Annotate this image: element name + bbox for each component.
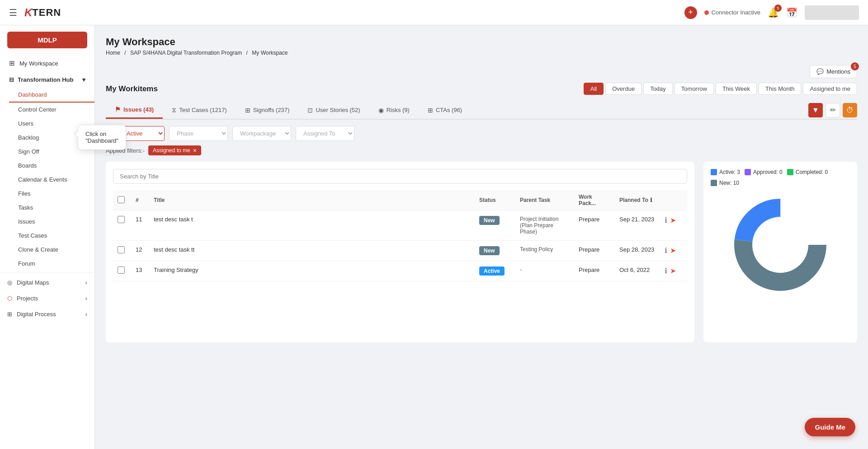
phase-filter[interactable]: Phase xyxy=(169,126,228,141)
sidebar-section-transformation-hub[interactable]: ⊟ Transformation Hub ▾ xyxy=(0,72,94,88)
signoffs-tab-label: Signoffs (237) xyxy=(253,107,290,113)
add-button[interactable]: + xyxy=(684,6,697,19)
row-checkbox[interactable] xyxy=(118,267,125,274)
notifications-icon[interactable]: 🔔 5 xyxy=(768,7,779,18)
col-title: Title xyxy=(149,190,475,210)
filter-tab-all[interactable]: All xyxy=(584,83,604,95)
files-label: Files xyxy=(18,190,30,197)
calendar-icon[interactable]: 📅 xyxy=(786,7,797,18)
row-planned-to: Sep 21, 2023 xyxy=(615,210,660,241)
filter-tab-tomorrow[interactable]: Tomorrow xyxy=(675,83,714,95)
project-button[interactable]: MDLP xyxy=(7,32,87,48)
redirect-icon[interactable]: ➤ xyxy=(670,246,676,255)
col-status: Status xyxy=(475,190,515,210)
test-cases-label: Test Cases xyxy=(18,232,47,239)
sidebar-sub-menu: Dashboard Control Center Users Backlog S… xyxy=(0,88,94,271)
legend-dot xyxy=(711,180,717,186)
sidebar-item-calendar-events[interactable]: Calendar & Events xyxy=(9,173,94,187)
sidebar-label-my-workspace: My Workspace xyxy=(19,60,58,67)
sidebar-item-boards[interactable]: Boards xyxy=(9,159,94,173)
workspace-icon: ⊞ xyxy=(9,59,15,67)
hub-icon: ⊟ xyxy=(9,76,14,83)
filter-tab-assigned-to-me[interactable]: Assigned to me xyxy=(803,83,857,95)
callout-line1: Click on xyxy=(85,131,118,137)
chip-text: Assigned to me xyxy=(153,147,190,154)
row-planned-to: Oct 6, 2022 xyxy=(615,261,660,281)
action-bar xyxy=(113,169,687,184)
sidebar-item-control-center[interactable]: Control Center xyxy=(9,103,94,117)
assigned-to-me-chip[interactable]: Assigned to me × xyxy=(148,145,201,155)
dashboard-label: Dashboard xyxy=(18,91,47,98)
redirect-icon[interactable]: ➤ xyxy=(670,267,676,275)
row-checkbox[interactable] xyxy=(118,246,125,253)
tab-user-stories[interactable]: ⊡ User Stories (52) xyxy=(298,102,369,118)
forum-label: Forum xyxy=(18,260,35,267)
legend-item: Completed: 0 xyxy=(787,169,828,175)
donut-chart xyxy=(711,195,850,295)
info-icon[interactable]: ℹ xyxy=(665,267,667,275)
row-title[interactable]: test desc task t xyxy=(149,210,475,241)
digital-process-arrow: ‹ xyxy=(85,311,87,318)
tab-issues[interactable]: ⚑ Issues (43) xyxy=(106,101,163,119)
filter-tab-overdue[interactable]: Overdue xyxy=(605,83,642,95)
row-actions: ℹ ➤ xyxy=(660,241,687,261)
chip-close-icon[interactable]: × xyxy=(193,147,197,154)
workpackage-filter[interactable]: Workpackage xyxy=(232,126,291,141)
sidebar-item-my-workspace[interactable]: ⊞ My Workspace xyxy=(0,55,94,72)
row-title[interactable]: Training Strategy xyxy=(149,261,475,281)
sidebar-item-digital-process[interactable]: ⊞ Digital Process ‹ xyxy=(0,306,94,322)
mentions-button[interactable]: 💬 Mentions xyxy=(810,65,857,78)
col-hash: # xyxy=(131,190,149,210)
timer-icon-btn[interactable]: ⏱ xyxy=(843,103,857,117)
guide-me-button[interactable]: Guide Me xyxy=(805,418,855,436)
sidebar-item-tasks[interactable]: Tasks xyxy=(9,201,94,215)
digital-maps-icon: ◎ xyxy=(7,279,12,286)
sidebar-item-projects[interactable]: ⬡ Projects ‹ xyxy=(0,290,94,306)
row-checkbox[interactable] xyxy=(118,216,125,223)
sidebar-item-files[interactable]: Files xyxy=(9,187,94,201)
filter-icon-btn[interactable]: ▼ xyxy=(808,103,823,117)
breadcrumb-home[interactable]: Home xyxy=(106,50,120,56)
edit-icon-btn[interactable]: ✏ xyxy=(826,103,840,117)
user-avatar[interactable] xyxy=(805,5,859,20)
info-icon[interactable]: ℹ xyxy=(665,246,667,255)
legend-label: Completed: 0 xyxy=(796,169,828,175)
user-stories-tab-icon: ⊡ xyxy=(307,107,313,114)
filter-tab-this-week[interactable]: This Week xyxy=(716,83,757,95)
sidebar-item-dashboard[interactable]: Dashboard xyxy=(9,88,94,103)
tab-test-cases[interactable]: ⧖ Test Cases (1217) xyxy=(163,102,236,118)
filter-tab-this-month[interactable]: This Month xyxy=(759,83,801,95)
sidebar-item-clone-create[interactable]: Clone & Create xyxy=(9,243,94,257)
row-title[interactable]: test desc task tt xyxy=(149,241,475,261)
hamburger-icon[interactable]: ☰ xyxy=(9,7,17,18)
row-parent-task: - xyxy=(515,261,574,281)
svg-point-2 xyxy=(752,217,808,273)
sidebar-item-forum[interactable]: Forum xyxy=(9,257,94,271)
sidebar-item-issues[interactable]: Issues xyxy=(9,215,94,229)
assigned-to-filter[interactable]: Assigned To xyxy=(296,126,354,141)
mentions-icon: 💬 xyxy=(816,68,824,75)
filter-tabs: All Overdue Today Tomorrow This Week Thi… xyxy=(584,83,857,95)
select-all-checkbox[interactable] xyxy=(118,196,125,203)
mentions-label: Mentions xyxy=(826,68,850,75)
sign-off-label: Sign Off xyxy=(18,148,39,155)
table-header: # Title Status Parent Task Work Pack... … xyxy=(113,190,687,210)
sidebar-item-digital-maps[interactable]: ◎ Digital Maps ‹ xyxy=(0,275,94,290)
workitems-title: My Workitems xyxy=(106,84,158,94)
planned-info-icon[interactable]: ℹ xyxy=(650,197,652,203)
search-input[interactable] xyxy=(113,169,687,184)
legend-dot xyxy=(787,169,793,175)
breadcrumb-program[interactable]: SAP S/4HANA Digital Transformation Progr… xyxy=(130,50,242,56)
tab-bar: ⚑ Issues (43) ⧖ Test Cases (1217) ⊞ Sign… xyxy=(106,101,857,120)
filter-row: New,Active Phase Workpackage Assigned To xyxy=(106,126,857,141)
tab-signoffs[interactable]: ⊞ Signoffs (237) xyxy=(236,102,299,118)
sidebar-item-test-cases[interactable]: Test Cases xyxy=(9,229,94,243)
filter-tab-today[interactable]: Today xyxy=(643,83,673,95)
tab-risks[interactable]: ◉ Risks (9) xyxy=(369,102,419,118)
redirect-icon[interactable]: ➤ xyxy=(670,216,676,224)
info-icon[interactable]: ℹ xyxy=(665,216,667,224)
row-actions: ℹ ➤ xyxy=(660,210,687,241)
signoffs-tab-icon: ⊞ xyxy=(245,107,250,114)
breadcrumb-current: My Workspace xyxy=(252,50,288,56)
tab-ctas[interactable]: ⊞ CTAs (96) xyxy=(419,102,471,118)
